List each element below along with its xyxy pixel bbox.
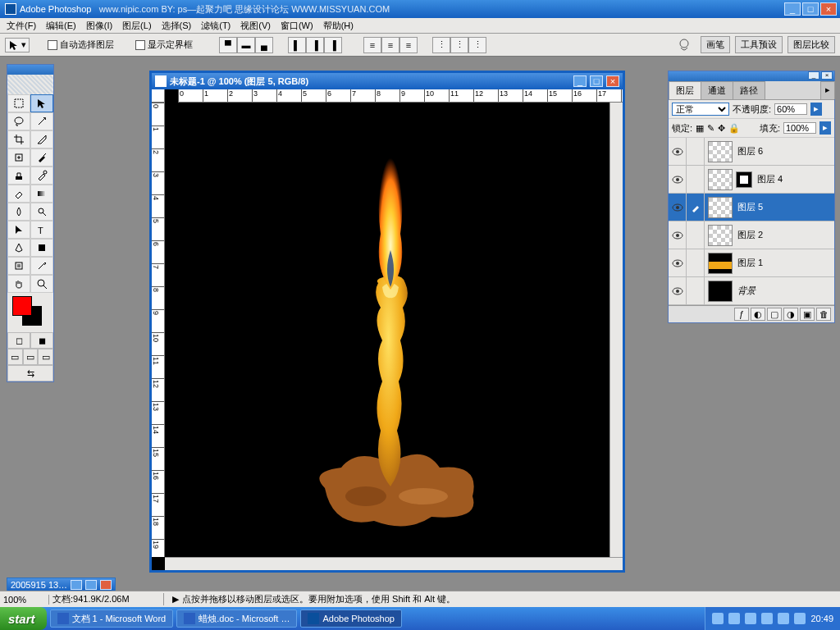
screen-full-icon[interactable]: ▭ <box>38 349 53 365</box>
healing-brush-tool-icon[interactable] <box>7 148 30 167</box>
tray-icon[interactable] <box>761 613 773 624</box>
ruler-vertical[interactable]: 01234567891011121314151617181920 <box>152 103 165 557</box>
layer-name[interactable]: 图层 5 <box>736 201 834 213</box>
path-select-tool-icon[interactable] <box>7 221 30 239</box>
dodge-tool-icon[interactable] <box>30 203 53 221</box>
align-left-icon[interactable]: ▌ <box>288 37 306 53</box>
align-right-icon[interactable]: ▐ <box>324 37 342 53</box>
layer-thumbnail[interactable] <box>708 169 733 190</box>
lock-pixels-icon[interactable]: ✎ <box>707 123 714 134</box>
blur-tool-icon[interactable] <box>7 203 30 221</box>
palette-brushes-tab[interactable]: 画笔 <box>701 36 730 53</box>
float-restore-icon[interactable] <box>71 580 82 590</box>
screen-full-menu-icon[interactable]: ▭ <box>23 349 39 365</box>
distribute-top-icon[interactable]: ≡ <box>363 37 381 53</box>
shape-tool-icon[interactable] <box>30 239 53 257</box>
float-max-icon[interactable] <box>85 580 97 590</box>
visibility-toggle-icon[interactable] <box>669 166 687 193</box>
jump-to-imageready-icon[interactable]: ⇆ <box>7 365 53 381</box>
brush-tool-icon[interactable] <box>30 148 53 167</box>
doc-close-button[interactable]: × <box>606 75 619 87</box>
adjustment-layer-button[interactable]: ◑ <box>783 308 798 321</box>
distribute-hcenter-icon[interactable]: ⋮ <box>450 37 468 53</box>
fill-field[interactable]: 100% <box>783 122 816 134</box>
crop-tool-icon[interactable] <box>7 130 30 148</box>
menu-layer[interactable]: 图层(L) <box>117 18 156 34</box>
opacity-flyout-button[interactable]: ▸ <box>810 103 822 116</box>
menu-image[interactable]: 图像(I) <box>81 18 117 34</box>
taskbar-item-word[interactable]: 文档 1 - Microsoft Word <box>50 609 174 628</box>
palette-toolpresets-tab[interactable]: 工具预设 <box>735 36 783 53</box>
layer-row[interactable]: 图层 5 <box>669 194 834 221</box>
visibility-toggle-icon[interactable] <box>669 221 687 249</box>
layer-row[interactable]: 图层 6 <box>669 138 834 166</box>
taskbar-item-photoshop[interactable]: Adobe Photoshop <box>300 609 401 628</box>
align-hcenter-icon[interactable]: ▐ <box>306 37 324 53</box>
fill-flyout-button[interactable]: ▸ <box>819 121 831 135</box>
link-column[interactable] <box>687 221 705 249</box>
toolbox-header[interactable] <box>7 65 53 75</box>
align-bottom-icon[interactable]: ▄ <box>255 37 273 53</box>
move-tool-indicator[interactable]: ▾ <box>5 38 30 52</box>
distribute-right-icon[interactable]: ⋮ <box>468 37 486 53</box>
visibility-toggle-icon[interactable] <box>669 194 687 221</box>
gradient-tool-icon[interactable] <box>30 185 53 203</box>
slice-tool-icon[interactable] <box>30 130 53 148</box>
visibility-toggle-icon[interactable] <box>669 138 687 165</box>
foreground-color-swatch[interactable] <box>12 296 32 316</box>
panel-minimize-button[interactable]: _ <box>808 71 819 80</box>
new-layer-button[interactable]: ▣ <box>800 308 815 321</box>
move-tool-icon[interactable] <box>30 94 53 112</box>
doc-scrollbar-horizontal[interactable] <box>165 557 623 570</box>
layer-name[interactable]: 背景 <box>736 285 834 297</box>
link-column[interactable] <box>687 166 705 193</box>
doc-size-field[interactable]: 文档:941.9K/2.06M <box>49 593 164 605</box>
distribute-bottom-icon[interactable]: ≡ <box>399 37 418 53</box>
pen-tool-icon[interactable] <box>7 239 30 257</box>
tab-paths[interactable]: 路径 <box>733 81 765 99</box>
layer-thumbnail[interactable] <box>708 141 733 162</box>
distribute-left-icon[interactable]: ⋮ <box>432 37 450 53</box>
document-titlebar[interactable]: 未标题-1 @ 100% (图层 5, RGB/8) _ □ × <box>152 73 623 89</box>
menu-window[interactable]: 窗口(W) <box>276 18 318 34</box>
window-minimize-button[interactable]: _ <box>784 2 801 16</box>
link-column[interactable] <box>687 194 705 221</box>
menu-select[interactable]: 选择(S) <box>157 18 197 34</box>
type-tool-icon[interactable]: T <box>30 221 53 239</box>
system-tray[interactable]: 20:49 <box>705 607 840 630</box>
panel-close-button[interactable]: × <box>821 71 833 80</box>
layer-row[interactable]: 图层 4 <box>669 166 834 194</box>
zoom-field[interactable]: 100% <box>0 595 49 605</box>
link-column[interactable] <box>687 249 705 276</box>
zoom-tool-icon[interactable] <box>30 275 53 293</box>
link-column[interactable] <box>687 277 705 304</box>
layer-name[interactable]: 图层 1 <box>736 257 834 269</box>
taskbar-item-word2[interactable]: 蜡烛.doc - Microsoft … <box>176 609 297 628</box>
lock-all-icon[interactable]: 🔒 <box>728 123 740 134</box>
new-set-button[interactable]: ▢ <box>767 308 782 321</box>
doc-minimize-button[interactable]: _ <box>573 75 587 87</box>
history-brush-tool-icon[interactable] <box>30 167 53 185</box>
tray-icon[interactable] <box>728 613 740 624</box>
panel-menu-button[interactable]: ▸ <box>820 81 835 99</box>
panel-header[interactable]: _ × <box>669 71 834 81</box>
tray-icon[interactable] <box>778 613 789 624</box>
screen-standard-icon[interactable]: ▭ <box>7 349 23 365</box>
menu-file[interactable]: 文件(F) <box>2 18 41 34</box>
start-button[interactable]: start <box>0 607 47 630</box>
tray-icon[interactable] <box>794 613 806 624</box>
palette-layercomp-tab[interactable]: 图层比较 <box>788 36 835 53</box>
eraser-tool-icon[interactable] <box>7 185 30 203</box>
menu-edit[interactable]: 编辑(E) <box>41 18 81 34</box>
layer-style-button[interactable]: ƒ <box>734 308 749 321</box>
layer-name[interactable]: 图层 4 <box>756 173 834 185</box>
eyedropper-tool-icon[interactable] <box>30 257 53 275</box>
layer-name[interactable]: 图层 6 <box>736 145 834 158</box>
ruler-origin[interactable] <box>152 89 165 103</box>
layer-thumbnail[interactable] <box>708 253 733 274</box>
layer-thumbnail[interactable] <box>708 197 733 218</box>
notes-tool-icon[interactable] <box>7 257 30 275</box>
marquee-tool-icon[interactable] <box>7 94 30 112</box>
visibility-toggle-icon[interactable] <box>669 277 687 304</box>
delete-layer-button[interactable]: 🗑 <box>816 308 831 321</box>
